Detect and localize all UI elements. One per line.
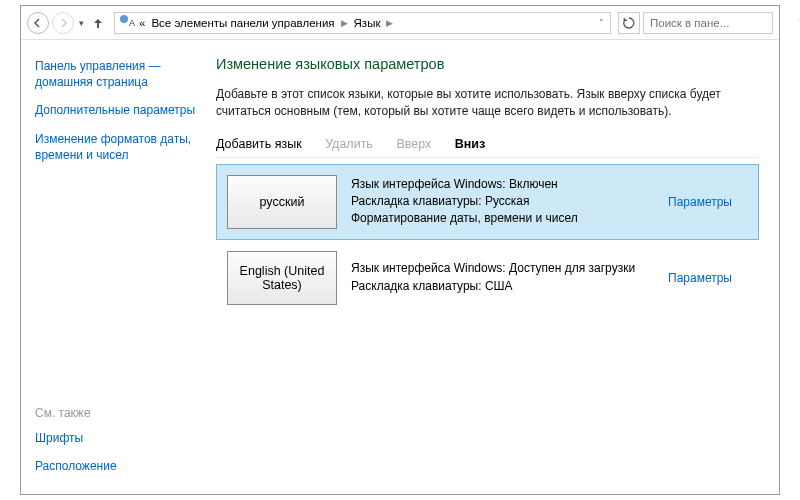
chevron-right-icon: ▶ [341, 18, 348, 28]
language-list: русский Язык интерфейса Windows: Включен… [216, 164, 759, 316]
lang-detail-line: Форматирование даты, времени и чисел [351, 210, 578, 227]
lang-detail-line: Язык интерфейса Windows: Включен [351, 176, 578, 193]
up-button[interactable] [89, 14, 107, 32]
breadcrumb-prefix: « [139, 17, 145, 29]
search-input[interactable] [648, 16, 799, 30]
toolbar: ▾ A « Все элементы панели управления ▶ Я… [21, 6, 779, 40]
breadcrumb: « Все элементы панели управления ▶ Язык … [139, 17, 593, 29]
language-tile: English (United States) [227, 251, 337, 305]
body: Панель управления — домашняя страница До… [21, 40, 779, 494]
lang-detail-line: Раскладка клавиатуры: США [351, 278, 635, 295]
language-row[interactable]: English (United States) Язык интерфейса … [216, 240, 759, 316]
language-details: Язык интерфейса Windows: Доступен для за… [351, 241, 668, 315]
sidebar-link-formats[interactable]: Изменение форматов даты, времени и чисел [35, 131, 198, 163]
sidebar-link-fonts[interactable]: Шрифты [35, 430, 198, 446]
cmd-move-down[interactable]: Вниз [455, 137, 485, 151]
language-icon: A [119, 13, 135, 32]
chevron-right-icon: ▶ [386, 18, 393, 28]
language-options-link[interactable]: Параметры [668, 241, 758, 315]
back-button[interactable] [27, 12, 49, 34]
lang-detail-line: Язык интерфейса Windows: Доступен для за… [351, 260, 635, 277]
sidebar-link-location[interactable]: Расположение [35, 458, 198, 474]
lang-detail-line: Раскладка клавиатуры: Русская [351, 193, 578, 210]
language-tile: русский [227, 175, 337, 229]
sidebar-link-home[interactable]: Панель управления — домашняя страница [35, 58, 198, 90]
page-description: Добавьте в этот список языки, которые вы… [216, 86, 759, 121]
cmd-remove[interactable]: Удалить [325, 137, 373, 151]
breadcrumb-item-all[interactable]: Все элементы панели управления [151, 17, 334, 29]
sidebar: Панель управления — домашняя страница До… [21, 40, 206, 494]
page-title: Изменение языковых параметров [216, 56, 759, 72]
language-details: Язык интерфейса Windows: Включен Расклад… [351, 165, 668, 239]
language-row[interactable]: русский Язык интерфейса Windows: Включен… [216, 164, 759, 240]
address-dropdown[interactable]: ˅ [597, 18, 606, 28]
address-bar[interactable]: A « Все элементы панели управления ▶ Язы… [114, 12, 611, 34]
forward-button[interactable] [52, 12, 74, 34]
language-name: English (United States) [232, 264, 332, 292]
breadcrumb-item-language[interactable]: Язык [354, 17, 381, 29]
cmd-add-language[interactable]: Добавить язык [216, 137, 302, 151]
language-name: русский [260, 195, 305, 209]
recent-dropdown[interactable]: ▾ [77, 18, 86, 28]
language-options-link[interactable]: Параметры [668, 165, 758, 239]
svg-point-0 [120, 15, 128, 23]
command-bar: Добавить язык Удалить Вверх Вниз [216, 137, 759, 158]
search-box[interactable] [643, 12, 773, 34]
cmd-move-up[interactable]: Вверх [396, 137, 431, 151]
refresh-button[interactable] [618, 12, 640, 34]
sidebar-link-advanced[interactable]: Дополнительные параметры [35, 102, 198, 118]
content-area: Изменение языковых параметров Добавьте в… [206, 40, 779, 494]
svg-text:A: A [129, 18, 135, 28]
control-panel-window: ▾ A « Все элементы панели управления ▶ Я… [20, 5, 780, 495]
see-also-label: См. также [35, 406, 198, 420]
